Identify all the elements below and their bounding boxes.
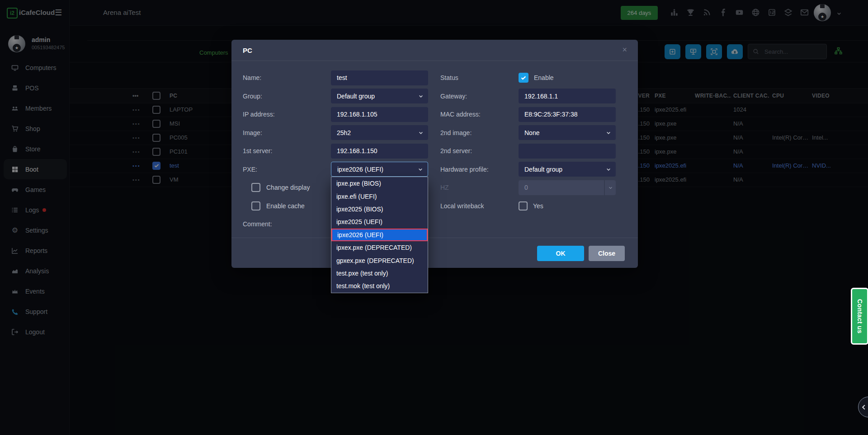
- chevron-down-icon: [418, 167, 423, 172]
- field-label: Name:: [243, 74, 331, 81]
- image-select[interactable]: 25h2: [331, 125, 428, 140]
- select-value: None: [524, 129, 539, 136]
- close-icon[interactable]: ×: [622, 45, 627, 55]
- select-value: Default group: [337, 93, 375, 100]
- checkbox-label: Enable: [534, 74, 554, 81]
- hardware-profile-select[interactable]: Default group: [519, 162, 616, 177]
- field-label: PXE:: [243, 166, 331, 173]
- field-label: MAC address:: [431, 111, 519, 118]
- modal-footer: OK Close: [231, 238, 638, 261]
- pxe-option-3[interactable]: ipxe2025 (UEFI): [331, 215, 428, 228]
- checkbox-label: Change display: [266, 184, 310, 191]
- select-value: Default group: [524, 166, 562, 173]
- chevron-down-icon: [606, 130, 611, 136]
- pxe-option-5[interactable]: ipxex.pxe (DEPRECATED): [331, 241, 428, 254]
- field-label: 1st server:: [243, 147, 331, 154]
- second-server-input[interactable]: [519, 144, 616, 159]
- enable-cache-checkbox[interactable]: [251, 201, 260, 210]
- select-value: ipxe2026 (UEFI): [337, 166, 383, 173]
- field-label: HZ: [431, 184, 519, 191]
- pxe-option-1[interactable]: ipxe.efi (UEFI): [331, 190, 428, 202]
- pxe-option-8[interactable]: test.mok (test only): [331, 280, 428, 292]
- hz-input-group: 0: [519, 180, 616, 195]
- name-input[interactable]: test: [331, 70, 428, 85]
- first-server-input[interactable]: 192.168.1.150: [331, 144, 428, 159]
- contact-us-button[interactable]: Contact us: [851, 288, 868, 345]
- chevron-down-icon: [418, 130, 424, 136]
- hz-input: 0: [519, 180, 604, 195]
- status-enable-checkbox[interactable]: [519, 73, 528, 83]
- pxe-option-7[interactable]: test.pxe (test only): [331, 267, 428, 280]
- chevron-down-icon: [605, 180, 616, 195]
- checkbox-label: Enable cache: [266, 202, 305, 210]
- mac-address-input[interactable]: E8:9C:25:3F:37:38: [519, 107, 616, 122]
- close-button[interactable]: Close: [589, 246, 625, 261]
- second-image-select[interactable]: None: [519, 125, 616, 140]
- pxe-option-4[interactable]: ipxe2026 (UEFI): [331, 229, 428, 241]
- pxe-option-2[interactable]: ipxe2025 (BIOS): [331, 203, 428, 215]
- status-enable-checkbox-row: Enable: [519, 73, 616, 83]
- pc-modal: PC × Name:testStatusEnableGroup:Default …: [231, 40, 638, 268]
- modal-body: Name:testStatusEnableGroup:Default group…: [231, 61, 638, 234]
- checkbox-label: Yes: [533, 202, 543, 210]
- contact-us-label: Contact us: [856, 299, 863, 333]
- chevron-down-icon: [606, 167, 611, 172]
- field-label: 2nd image:: [431, 129, 519, 136]
- gateway-input[interactable]: 192.168.1.1: [519, 89, 616, 103]
- change-display-checkbox[interactable]: [251, 183, 260, 192]
- field-label: 2nd server:: [431, 147, 519, 154]
- group-select[interactable]: Default group: [331, 89, 428, 103]
- field-label: Comment:: [243, 220, 331, 228]
- chevron-down-icon: [418, 94, 424, 99]
- local-writeback-checkbox-row: Yes: [519, 201, 616, 210]
- field-label: Local writeback: [431, 202, 519, 210]
- field-label: IP address:: [243, 111, 331, 118]
- pxe-option-0[interactable]: ipxe.pxe (BIOS): [331, 177, 428, 190]
- pxe-select[interactable]: ipxe2026 (UEFI): [331, 162, 428, 177]
- select-value: 25h2: [337, 129, 351, 136]
- pxe-dropdown-list: ipxe.pxe (BIOS)ipxe.efi (UEFI)ipxe2025 (…: [331, 177, 428, 293]
- field-label: Gateway:: [431, 93, 519, 100]
- field-label: Image:: [243, 129, 331, 136]
- field-label: Hardware profile:: [431, 166, 519, 173]
- modal-title: PC: [243, 47, 252, 54]
- field-label: Group:: [243, 93, 331, 100]
- ok-button[interactable]: OK: [537, 246, 584, 261]
- ip-address-input[interactable]: 192.168.1.105: [331, 107, 428, 122]
- local-writeback-checkbox[interactable]: [519, 201, 528, 210]
- pxe-option-6[interactable]: gpxex.pxe (DEPRECATED): [331, 254, 428, 267]
- modal-title-bar: PC ×: [231, 40, 638, 61]
- field-label: Status: [431, 74, 519, 81]
